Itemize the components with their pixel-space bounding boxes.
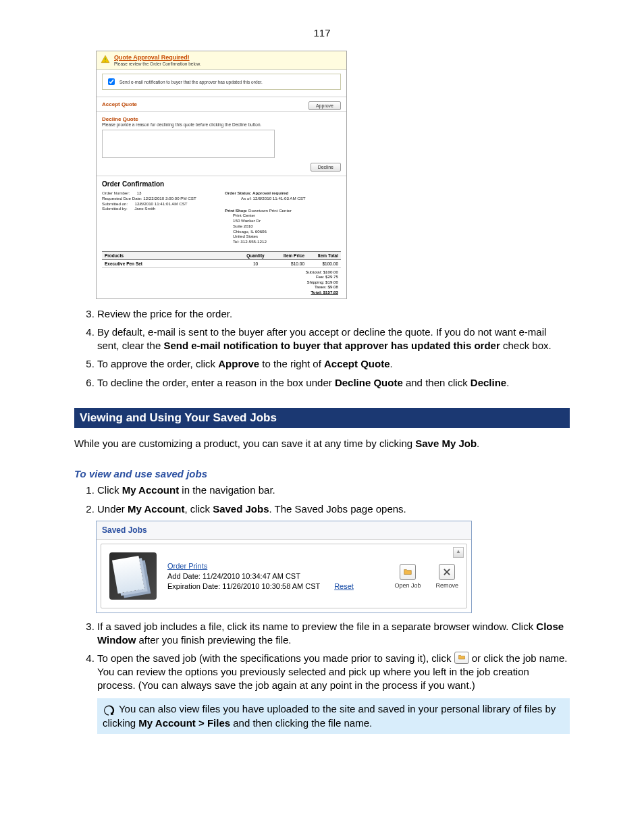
requested-due-label: Requested Due Date:	[102, 196, 142, 201]
print-shop-name: Downtown Print Center	[248, 208, 292, 213]
sendmail-checkbox[interactable]	[108, 78, 115, 85]
alert-title: Quote Approval Required!	[114, 54, 201, 61]
alert-sub: Please review the Order Confirmation bel…	[114, 61, 201, 66]
order-status-value: Approval required	[252, 190, 288, 195]
inline-folder-icon	[454, 652, 469, 664]
section-intro: While you are customizing a product, you…	[74, 438, 570, 449]
job-expiration-date: Expiration Date: 11/26/2010 10:30:58 AM …	[167, 582, 320, 590]
product-price: $10.00	[271, 261, 304, 266]
step-2: Under My Account, click Saved Jobs. The …	[97, 502, 570, 516]
submitted-by-value: Jane Smith	[134, 206, 155, 211]
col-item-total: Item Total	[304, 253, 338, 258]
svg-rect-1	[105, 61, 105, 61]
quote-approval-screenshot: Quote Approval Required! Please review t…	[96, 51, 347, 299]
shipping: Shipping: $19.00	[105, 280, 338, 284]
instructions-1: Review the price for the order. By defau…	[74, 307, 570, 390]
product-qty: 10	[240, 261, 271, 266]
approve-button[interactable]: Approve	[308, 101, 341, 110]
saved-job-row: Order Prints Add Date: 11/24/2010 10:34:…	[109, 552, 458, 600]
reset-link[interactable]: Reset	[334, 582, 354, 590]
print-shop-addr1: Print Center	[233, 213, 341, 218]
accept-quote-section: Accept Quote Approve	[97, 97, 346, 111]
products-table: Products Quantity Item Price Item Total …	[102, 251, 341, 296]
saved-jobs-screenshot: Saved Jobs ▲ Order Prints Add Date: 11/2…	[96, 521, 472, 613]
sendmail-label: Send e-mail notification to buyer that t…	[119, 80, 263, 84]
totals: Subtotal: $100.00 Fee: $29.75 Shipping: …	[102, 268, 341, 296]
print-shop-addr4: Chicago, IL 60606	[233, 229, 341, 234]
remove-action[interactable]: Remove	[435, 564, 458, 589]
remove-label: Remove	[435, 582, 458, 589]
subtotal: Subtotal: $100.00	[105, 269, 338, 274]
print-shop-label: Print Shop:	[225, 208, 247, 213]
decline-button[interactable]: Decline	[311, 163, 341, 172]
decline-quote-hint: Please provide a reason for declining th…	[102, 122, 341, 127]
requested-due-value: 12/22/2010 3:00:00 PM CST	[143, 196, 196, 201]
submitted-on-label: Submitted on:	[102, 201, 128, 206]
col-item-price: Item Price	[271, 253, 304, 258]
asof-label: As of:	[241, 196, 252, 201]
tip-box: You can also view files you have uploade…	[97, 698, 570, 734]
decline-quote-section: Decline Quote Please provide a reason fo…	[97, 111, 346, 176]
print-shop-addr5: United States	[233, 234, 341, 239]
job-add-date: Add Date: 11/24/2010 10:34:47 AM CST	[167, 572, 300, 580]
asof-value: 12/8/2010 11:41:03 AM CST	[253, 196, 306, 201]
order-number-value: 13	[137, 190, 142, 195]
step-4: By default, e-mail is sent to the buyer …	[97, 325, 570, 352]
step-3: Review the price for the order.	[97, 307, 570, 321]
svg-rect-0	[105, 58, 105, 61]
section-heading: Viewing and Using Your Saved Jobs	[74, 408, 570, 428]
print-shop-tel: Tel: 312-555-1212	[233, 239, 341, 244]
fee: Fee: $29.75	[105, 274, 338, 279]
step-6: To decline the order, enter a reason in …	[97, 376, 570, 390]
decline-reason-textarea[interactable]	[102, 130, 275, 158]
job-name-link[interactable]: Order Prints	[167, 562, 207, 570]
product-total: $100.00	[304, 261, 338, 266]
submitted-by-label: Submitted by:	[102, 206, 128, 211]
accept-quote-title: Accept Quote	[102, 101, 137, 107]
decline-quote-title: Decline Quote	[102, 116, 341, 122]
order-confirmation: Order Confirmation Order Number: 13 Requ…	[97, 176, 346, 298]
alert-icon	[101, 55, 110, 64]
instructions-2: Click My Account in the navigation bar. …	[74, 484, 570, 515]
product-name: Executive Pen Set	[105, 261, 142, 266]
job-info: Order Prints Add Date: 11/24/2010 10:34:…	[167, 561, 383, 592]
scroll-up-icon[interactable]: ▲	[453, 547, 464, 558]
order-status-label: Order Status:	[225, 190, 252, 195]
sendmail-row: Send e-mail notification to buyer that t…	[102, 74, 341, 90]
open-job-label: Open Job	[394, 582, 421, 589]
step-5: To approve the order, click Approve to t…	[97, 357, 570, 371]
page-number: 117	[74, 27, 570, 38]
step-1: Click My Account in the navigation bar.	[97, 484, 570, 497]
alert-bar: Quote Approval Required! Please review t…	[97, 51, 346, 70]
saved-jobs-header: Saved Jobs	[97, 521, 471, 540]
instructions-3: If a saved job includes a file, click it…	[74, 620, 570, 734]
submitted-on-value: 12/8/2010 11:41:01 AM CST	[135, 201, 188, 206]
step-4b: To open the saved job (with the specific…	[97, 652, 570, 734]
folder-icon	[400, 564, 416, 580]
grand-total: Total: $157.83	[105, 290, 338, 294]
taxes: Taxes: $9.08	[105, 284, 338, 289]
table-row: Executive Pen Set 10 $10.00 $100.00	[102, 260, 341, 268]
order-number-label: Order Number:	[102, 190, 130, 195]
print-shop-addr2: 150 Wacker Dr	[233, 218, 341, 224]
order-confirmation-title: Order Confirmation	[102, 180, 341, 188]
open-job-action[interactable]: Open Job	[394, 564, 421, 589]
subheading: To view and use saved jobs	[74, 468, 570, 479]
col-products: Products	[105, 253, 240, 258]
step-3b: If a saved job includes a file, click it…	[97, 620, 570, 646]
tip-arrow-icon	[103, 704, 115, 716]
col-quantity: Quantity	[240, 253, 271, 258]
print-shop-addr3: Suite 2010	[233, 224, 341, 229]
close-icon	[439, 564, 455, 580]
job-thumbnail	[109, 552, 157, 600]
